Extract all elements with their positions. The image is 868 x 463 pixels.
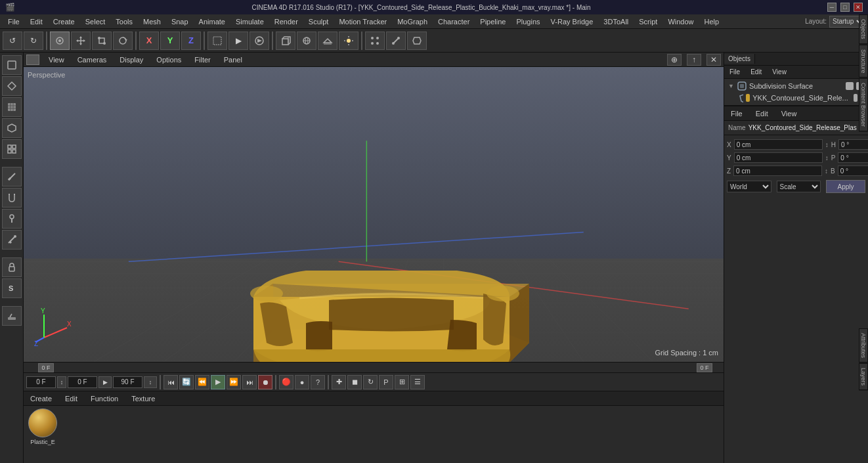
mode-rotate-button[interactable] <box>113 32 133 50</box>
attr-b-input[interactable] <box>838 165 868 176</box>
anim-prev-frame-btn[interactable]: ⏪ <box>195 375 209 389</box>
anim-move-key-btn[interactable]: ✚ <box>332 375 346 389</box>
axis-x-button[interactable]: X <box>139 32 159 50</box>
vp-menu-cameras[interactable]: Cameras <box>74 55 111 65</box>
frame-end-step-btn[interactable]: ↕ <box>144 376 157 388</box>
mat-edit-btn[interactable]: Edit <box>61 393 81 404</box>
vp-menu-view[interactable]: View <box>45 55 68 65</box>
anim-grid-key-btn[interactable]: ⊞ <box>395 375 409 389</box>
menu-vray[interactable]: V-Ray Bridge <box>546 16 599 27</box>
attr-x-input[interactable] <box>734 139 823 150</box>
menu-sculpt[interactable]: Sculpt <box>303 16 334 27</box>
anim-goto-end-btn[interactable]: ⏭ <box>242 375 257 389</box>
render-region-button[interactable] <box>207 32 227 50</box>
menu-edit[interactable]: Edit <box>25 16 48 27</box>
attr-y-arrow[interactable]: ↕ <box>825 154 829 162</box>
anim-param-btn[interactable]: ● <box>295 375 309 389</box>
mat-texture-btn[interactable]: Texture <box>127 393 159 404</box>
attr-file-btn[interactable]: File <box>727 108 747 119</box>
attr-z-arrow[interactable]: ↕ <box>825 167 828 175</box>
vtab-objects[interactable]: Objects <box>859 14 868 44</box>
sidebar-magnet-btn[interactable] <box>2 188 22 208</box>
mode-move-button[interactable] <box>71 32 91 50</box>
anim-sel-key-btn[interactable]: ◼ <box>347 375 362 389</box>
vp-menu-options[interactable]: Options <box>152 55 185 65</box>
sidebar-model-btn[interactable] <box>2 55 22 75</box>
plane-button[interactable] <box>318 32 337 50</box>
menu-window[interactable]: Window <box>662 16 699 27</box>
frame-start-input[interactable] <box>68 376 97 388</box>
points-mode-button[interactable] <box>365 32 385 50</box>
coord-system-select[interactable]: World Object <box>727 181 771 192</box>
polygon-mode-button[interactable] <box>407 32 427 50</box>
menu-create[interactable]: Create <box>48 16 80 27</box>
vp-close-btn[interactable]: ✕ <box>706 54 721 66</box>
menu-tools[interactable]: Tools <box>110 16 138 27</box>
vp-menu-panel[interactable]: Panel <box>220 55 246 65</box>
sidebar-poly-btn[interactable] <box>2 76 22 96</box>
sidebar-paint-btn[interactable] <box>2 230 22 250</box>
close-button[interactable]: ✕ <box>854 3 863 12</box>
sidebar-brush-btn[interactable] <box>2 209 22 229</box>
obj-item-ykk[interactable]: YKK_Contoured_Side_Rele... <box>726 92 867 104</box>
material-swatch-plastic[interactable]: Plastic_E <box>26 408 59 448</box>
menu-mograph[interactable]: MoGraph <box>392 16 433 27</box>
anim-layout-key-btn[interactable]: ☰ <box>410 375 425 389</box>
vtab-structure[interactable]: Structure <box>859 45 868 78</box>
menu-pipeline[interactable]: Pipeline <box>475 16 511 27</box>
mat-create-btn[interactable]: Create <box>26 393 56 404</box>
anim-goto-start-btn[interactable]: ⏮ <box>163 375 178 389</box>
cube-button[interactable] <box>276 32 295 50</box>
sidebar-snap-btn[interactable]: S <box>2 278 22 298</box>
objects-file-btn[interactable]: File <box>727 68 743 76</box>
vtab-layers[interactable]: Layers <box>859 363 868 390</box>
anim-play-btn2[interactable]: ▶ <box>211 375 225 389</box>
redo-button[interactable]: ↻ <box>24 32 43 50</box>
sidebar-floor-btn[interactable] <box>2 306 22 326</box>
light-button[interactable] <box>339 32 358 50</box>
edges-mode-button[interactable] <box>386 32 406 50</box>
attr-x-arrow[interactable]: ↕ <box>825 141 829 148</box>
anim-next-frame-btn[interactable]: ⏩ <box>227 375 241 389</box>
frame-step-btn[interactable]: ↕ <box>57 376 66 388</box>
vp-maximize-btn[interactable]: ↑ <box>687 54 701 66</box>
sidebar-lock-btn[interactable] <box>2 257 22 277</box>
anim-rotate-key-btn[interactable]: ↻ <box>363 375 378 389</box>
minimize-button[interactable]: ─ <box>827 3 836 12</box>
vtab-attributes[interactable]: Attributes <box>859 328 868 363</box>
viewport[interactable]: Perspective Grid Spacing : 1 cm X Y Z <box>24 67 724 362</box>
menu-help[interactable]: Help <box>699 16 725 27</box>
vp-menu-display[interactable]: Display <box>116 55 147 65</box>
vp-menu-filter[interactable]: Filter <box>190 55 214 65</box>
frame-end-input[interactable] <box>113 376 142 388</box>
viewport-icon[interactable] <box>26 55 39 65</box>
anim-play-btn[interactable]: ▶ <box>98 376 112 388</box>
current-frame-input[interactable] <box>26 376 56 388</box>
menu-script[interactable]: Script <box>634 16 662 27</box>
sphere-button[interactable] <box>297 32 316 50</box>
attr-edit-btn[interactable]: Edit <box>752 108 772 119</box>
undo-button[interactable]: ↺ <box>3 32 22 50</box>
attr-p-input[interactable] <box>838 152 868 163</box>
tab-objects[interactable]: Objects <box>724 54 755 64</box>
obj-vis-dot2[interactable] <box>854 94 857 102</box>
menu-mesh[interactable]: Mesh <box>138 16 166 27</box>
vtab-content[interactable]: Content Browser <box>859 78 868 131</box>
maximize-button[interactable]: □ <box>840 3 850 12</box>
attr-z-input[interactable] <box>733 165 822 176</box>
attr-h-input[interactable] <box>838 139 868 150</box>
apply-button[interactable]: Apply <box>826 180 865 193</box>
transform-type-select[interactable]: Scale Position Rotation <box>777 181 821 192</box>
anim-loop-btn[interactable]: 🔄 <box>179 375 194 389</box>
vp-sync-btn[interactable]: ⊕ <box>667 54 682 66</box>
objects-edit-btn[interactable]: Edit <box>748 68 764 76</box>
mat-function-btn[interactable]: Function <box>87 393 122 404</box>
obj-item-subdivision[interactable]: ▼ Subdivision Surface <box>726 80 867 92</box>
mode-scale-button[interactable] <box>92 32 112 50</box>
menu-snap[interactable]: Snap <box>166 16 194 27</box>
axis-y-button[interactable]: Y <box>160 32 180 50</box>
obj-vis-dot[interactable] <box>846 82 854 90</box>
attr-view-btn[interactable]: View <box>777 108 801 119</box>
menu-character[interactable]: Character <box>433 16 475 27</box>
menu-file[interactable]: File <box>3 16 25 27</box>
